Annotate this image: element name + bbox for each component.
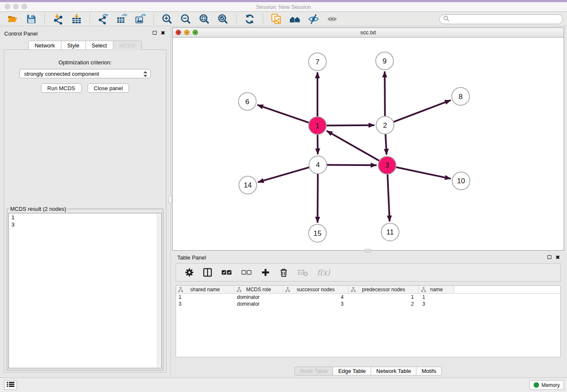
import-table-icon[interactable]: [71, 14, 82, 25]
cell-shared-name[interactable]: 3: [176, 301, 234, 307]
node-9[interactable]: 9: [376, 52, 394, 70]
zoom-in-icon[interactable]: [162, 14, 173, 25]
control-panel-controls: [153, 30, 165, 36]
edge-3-11[interactable]: [388, 174, 390, 221]
table-body: 1dominator4113dominator323: [176, 294, 560, 307]
node-8[interactable]: 8: [452, 88, 470, 105]
cell-name[interactable]: 1: [419, 294, 454, 300]
cell-predecessor-nodes[interactable]: 1: [349, 294, 419, 300]
column-header-mcds-role[interactable]: MCDS role: [234, 286, 283, 293]
search-box[interactable]: [439, 14, 563, 24]
cell-name[interactable]: 3: [419, 301, 454, 307]
zoom-fit-icon[interactable]: [199, 14, 210, 25]
split-view-icon[interactable]: [203, 268, 212, 277]
run-mcds-button[interactable]: Run MCDS: [41, 83, 82, 93]
hierarchy-icon: [351, 287, 356, 293]
network-minimize-button[interactable]: −: [184, 30, 190, 35]
memory-button[interactable]: Memory: [529, 380, 564, 390]
home-icon[interactable]: [289, 14, 300, 25]
network-maximize-button[interactable]: +: [193, 30, 198, 35]
node-14[interactable]: 14: [239, 176, 257, 194]
cell-predecessor-nodes[interactable]: 2: [349, 301, 419, 307]
cell-mcds-role[interactable]: dominator: [234, 294, 283, 300]
edge-4-15[interactable]: [317, 174, 318, 223]
eye-icon[interactable]: [327, 14, 338, 25]
folder-open-icon[interactable]: [7, 14, 18, 25]
save-icon[interactable]: [26, 14, 37, 25]
import-network-icon[interactable]: [52, 14, 63, 25]
table-row[interactable]: 3dominator323: [176, 301, 560, 307]
edge-4-14[interactable]: [258, 167, 310, 182]
edge-4-3[interactable]: [327, 165, 377, 166]
export-table-icon[interactable]: [116, 14, 127, 25]
select-all-checkboxes-icon[interactable]: [221, 268, 232, 277]
node-2[interactable]: 2: [376, 116, 394, 134]
tab-mcds[interactable]: MCDS: [113, 41, 142, 50]
node-label: 15: [314, 229, 322, 237]
network-graph[interactable]: 7968124314101511: [173, 38, 564, 250]
export-network-icon[interactable]: [98, 14, 109, 25]
network-window-controls: ✕ − +: [176, 30, 198, 35]
float-panel-icon[interactable]: [153, 31, 157, 35]
close-panel-button[interactable]: Close panel: [88, 83, 129, 93]
hierarchy-icon: [421, 287, 426, 293]
node-6[interactable]: 6: [239, 93, 256, 110]
node-3[interactable]: 3: [378, 156, 396, 174]
node-15[interactable]: 15: [308, 224, 326, 242]
tab-network-table[interactable]: Network Table: [371, 367, 416, 375]
tab-node-table[interactable]: Node Table: [295, 367, 333, 375]
close-panel-icon[interactable]: [556, 254, 560, 260]
optimization-criterion-label: Optimization criterion:: [4, 59, 166, 66]
network-close-button[interactable]: ✕: [176, 30, 181, 35]
optimization-criterion-select[interactable]: strongly connected component: [19, 69, 151, 78]
result-scrollbar[interactable]: [157, 214, 161, 367]
edge-1-6[interactable]: [257, 105, 309, 123]
cell-successor-nodes[interactable]: 3: [283, 301, 349, 307]
export-image-icon[interactable]: [135, 14, 146, 25]
gear-icon[interactable]: [184, 268, 194, 277]
tab-network[interactable]: Network: [28, 41, 61, 50]
column-header-name[interactable]: name: [419, 286, 454, 293]
tab-select[interactable]: Select: [86, 41, 113, 50]
clone-network-icon[interactable]: [271, 14, 282, 25]
toolbar-separator: [90, 14, 90, 25]
vertical-splitter-handle[interactable]: [168, 196, 172, 203]
column-header-successor-nodes[interactable]: successor nodes: [283, 286, 349, 293]
edge-2-3[interactable]: [385, 134, 387, 155]
edge-3-1[interactable]: [327, 131, 380, 161]
node-7[interactable]: 7: [308, 53, 326, 71]
node-11[interactable]: 11: [381, 223, 399, 241]
node-10[interactable]: 10: [452, 172, 470, 190]
trash-icon[interactable]: [279, 268, 289, 277]
cell-shared-name[interactable]: 1: [176, 294, 234, 300]
search-input[interactable]: [450, 16, 562, 23]
column-header-label: MCDS role: [246, 287, 271, 293]
add-icon[interactable]: [261, 268, 270, 277]
cell-successor-nodes[interactable]: 4: [283, 294, 349, 300]
tab-style[interactable]: Style: [61, 41, 86, 50]
node-4[interactable]: 4: [309, 156, 327, 174]
refresh-icon[interactable]: [244, 14, 255, 25]
cell-mcds-role[interactable]: dominator: [234, 301, 283, 307]
float-panel-icon[interactable]: [548, 255, 551, 259]
mcds-result-text[interactable]: 13: [8, 213, 162, 368]
eye-slash-icon[interactable]: [308, 14, 319, 25]
zoom-out-icon[interactable]: [180, 14, 191, 25]
edge-2-8[interactable]: [393, 100, 451, 122]
task-history-button[interactable]: [4, 380, 17, 390]
network-canvas[interactable]: 7968124314101511: [173, 38, 564, 250]
edge-1-2[interactable]: [326, 125, 374, 126]
column-header-predecessor-nodes[interactable]: predecessor nodes: [349, 286, 419, 293]
tab-edge-table[interactable]: Edge Table: [333, 367, 371, 375]
close-panel-icon[interactable]: [161, 30, 165, 36]
zoom-selected-icon[interactable]: [217, 14, 228, 25]
edge-2-9[interactable]: [385, 72, 385, 116]
edge-3-10[interactable]: [396, 167, 451, 179]
deselect-all-checkboxes-icon[interactable]: [241, 268, 252, 277]
horizontal-splitter-handle[interactable]: [365, 249, 371, 252]
column-header-shared-name[interactable]: shared name: [176, 286, 234, 293]
table-row[interactable]: 1dominator411: [176, 294, 560, 301]
tab-motifs[interactable]: Motifs: [416, 367, 442, 375]
table-panel-title: Table Panel: [177, 254, 206, 261]
node-1[interactable]: 1: [308, 117, 326, 135]
